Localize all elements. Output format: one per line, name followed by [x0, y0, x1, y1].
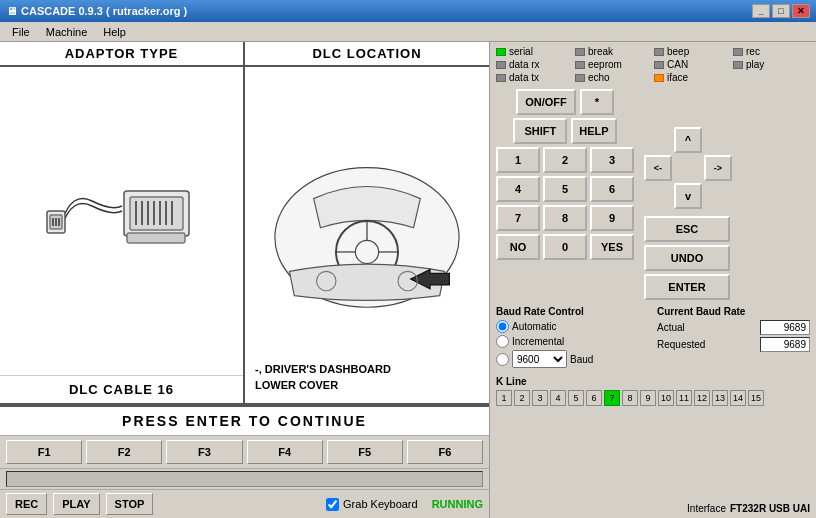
numpad: 1 2 3 4 5 6 7 8 9 NO 0 YES	[496, 147, 634, 260]
led-iface	[654, 74, 664, 82]
nav-up-button[interactable]: ^	[674, 127, 702, 153]
radio-9600[interactable]	[496, 353, 509, 366]
num7-button[interactable]: 7	[496, 205, 540, 231]
num0-button[interactable]: 0	[543, 234, 587, 260]
num2-button[interactable]: 2	[543, 147, 587, 173]
led-datatx	[496, 74, 506, 82]
nav-down-button[interactable]: v	[674, 183, 702, 209]
stop-button[interactable]: STOP	[106, 493, 154, 515]
fkey-f1[interactable]: F1	[6, 440, 82, 464]
onoff-button[interactable]: ON/OFF	[516, 89, 576, 115]
num4-button[interactable]: 4	[496, 176, 540, 202]
enter-button[interactable]: ENTER	[644, 274, 730, 300]
menu-help[interactable]: Help	[95, 24, 134, 40]
undo-button[interactable]: UNDO	[644, 245, 730, 271]
num5-button[interactable]: 5	[543, 176, 587, 202]
radio-automatic[interactable]	[496, 320, 509, 333]
kline-cells: 123456789101112131415	[496, 390, 810, 406]
indicator-beep: beep	[654, 46, 731, 57]
num3-button[interactable]: 3	[590, 147, 634, 173]
rec-button[interactable]: REC	[6, 493, 47, 515]
label-iface: iface	[667, 72, 688, 83]
cable-drawing	[42, 161, 202, 281]
play-button[interactable]: PLAY	[53, 493, 99, 515]
title-bar-left: 🖥 CASCADE 0.9.3 ( rutracker.org )	[6, 5, 187, 17]
radio-automatic-label: Automatic	[512, 321, 556, 332]
baud-select[interactable]: 9600 4800 19200	[512, 350, 567, 368]
maximize-button[interactable]: □	[772, 4, 790, 18]
car-drawing	[257, 155, 477, 315]
baud-section: Baud Rate Control Automatic Incremental …	[496, 306, 810, 370]
kline-cell-3[interactable]: 3	[532, 390, 548, 406]
kline-cell-11[interactable]: 11	[676, 390, 692, 406]
led-can	[654, 61, 664, 69]
nav-right-button[interactable]: ->	[704, 155, 732, 181]
radio-incremental[interactable]	[496, 335, 509, 348]
adaptor-image	[0, 67, 243, 375]
kline-cell-2[interactable]: 2	[514, 390, 530, 406]
menu-bar: File Machine Help	[0, 22, 816, 42]
title-text: CASCADE 0.9.3 ( rutracker.org )	[21, 5, 187, 17]
radio-9600-row: 9600 4800 19200 Baud	[496, 350, 649, 368]
fkey-f6[interactable]: F6	[407, 440, 483, 464]
label-serial: serial	[509, 46, 533, 57]
indicators: serial break beep rec data rx eeprom	[496, 46, 810, 83]
kline-section: K Line 123456789101112131415	[496, 376, 810, 406]
fkey-f5[interactable]: F5	[327, 440, 403, 464]
kline-cell-1[interactable]: 1	[496, 390, 512, 406]
star-button[interactable]: *	[580, 89, 614, 115]
radio-automatic-row: Automatic	[496, 320, 649, 333]
grab-keyboard-checkbox[interactable]	[326, 498, 339, 511]
esc-button[interactable]: ESC	[644, 216, 730, 242]
kline-cell-13[interactable]: 13	[712, 390, 728, 406]
upper-right: ON/OFF * SHIFT HELP 1 2 3 4 5 6 7 8	[496, 89, 810, 300]
dlc-image: -, DRIVER'S DASHBOARD LOWER COVER	[245, 67, 489, 403]
fkeys-bar: F1 F2 F3 F4 F5 F6	[0, 436, 489, 469]
led-break	[575, 48, 585, 56]
grab-keyboard-label[interactable]: Grab Keyboard	[343, 498, 418, 510]
label-play: play	[746, 59, 764, 70]
nav-empty-bl	[644, 183, 672, 209]
label-rec: rec	[746, 46, 760, 57]
fkey-f3[interactable]: F3	[166, 440, 242, 464]
controls-col: ON/OFF * SHIFT HELP 1 2 3 4 5 6 7 8	[496, 89, 634, 300]
indicator-can: CAN	[654, 59, 731, 70]
indicator-rec: rec	[733, 46, 810, 57]
yes-button[interactable]: YES	[590, 234, 634, 260]
indicator-play: play	[733, 59, 810, 70]
menu-machine[interactable]: Machine	[38, 24, 96, 40]
interface-label: Interface	[687, 503, 726, 514]
label-datarx: data rx	[509, 59, 540, 70]
label-break: break	[588, 46, 613, 57]
num6-button[interactable]: 6	[590, 176, 634, 202]
title-bar-controls: _ □ ✕	[752, 4, 810, 18]
kline-cell-15[interactable]: 15	[748, 390, 764, 406]
kline-cell-9[interactable]: 9	[640, 390, 656, 406]
nav-left-button[interactable]: <-	[644, 155, 672, 181]
kline-cell-14[interactable]: 14	[730, 390, 746, 406]
adaptor-header: ADAPTOR TYPE	[0, 42, 243, 67]
fkey-f2[interactable]: F2	[86, 440, 162, 464]
no-button[interactable]: NO	[496, 234, 540, 260]
num9-button[interactable]: 9	[590, 205, 634, 231]
num1-button[interactable]: 1	[496, 147, 540, 173]
baud-control: Baud Rate Control Automatic Incremental …	[496, 306, 649, 370]
minimize-button[interactable]: _	[752, 4, 770, 18]
kline-cell-6[interactable]: 6	[586, 390, 602, 406]
shift-button[interactable]: SHIFT	[513, 118, 567, 144]
kline-cell-8[interactable]: 8	[622, 390, 638, 406]
kline-cell-10[interactable]: 10	[658, 390, 674, 406]
kline-cell-7[interactable]: 7	[604, 390, 620, 406]
kline-cell-4[interactable]: 4	[550, 390, 566, 406]
num8-button[interactable]: 8	[543, 205, 587, 231]
kline-cell-12[interactable]: 12	[694, 390, 710, 406]
kline-cell-5[interactable]: 5	[568, 390, 584, 406]
row-shift: SHIFT HELP	[496, 118, 634, 144]
help-button[interactable]: HELP	[571, 118, 616, 144]
dlc-header: DLC LOCATION	[245, 42, 489, 67]
interface-bar: Interface FT232R USB UAI	[496, 503, 810, 514]
fkey-f4[interactable]: F4	[247, 440, 323, 464]
dlc-desc-line2: LOWER COVER	[255, 378, 391, 393]
menu-file[interactable]: File	[4, 24, 38, 40]
close-button[interactable]: ✕	[792, 4, 810, 18]
